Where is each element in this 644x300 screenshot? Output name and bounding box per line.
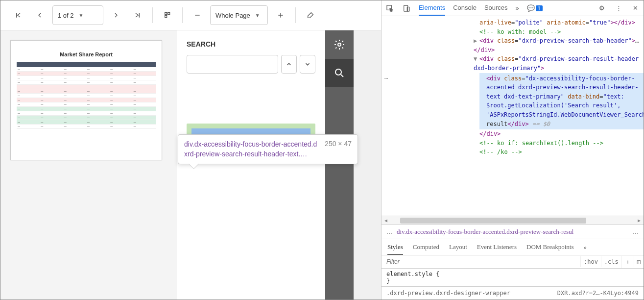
- report-viewer: 1 of 2 ▼ Whole Page ▼ Market Share Repor…: [0, 0, 382, 300]
- devtools-tabs: Elements Console Sources » 💬1 ⚙ ⋮ ✕: [382, 0, 644, 16]
- styles-filter-bar: :hov .cls ＋ ◫: [382, 255, 644, 269]
- viewer-content: Market Share Report —————— —————— ——————…: [0, 30, 381, 300]
- last-page-button[interactable]: [129, 5, 146, 25]
- next-page-button[interactable]: [107, 5, 125, 25]
- inspect-tooltip: div.dx-accessibility-focus-border-accent…: [178, 134, 358, 164]
- more-tabs-icon[interactable]: »: [516, 4, 519, 12]
- report-title: Market Share Report: [17, 51, 156, 57]
- tooltip-dimensions: 250 × 47: [325, 140, 352, 159]
- app-root: 1 of 2 ▼ Whole Page ▼ Market Share Repor…: [0, 0, 644, 300]
- tab-dom-breakpoints[interactable]: DOM Breakpoints: [526, 243, 573, 255]
- zoom-in-button[interactable]: [272, 5, 289, 25]
- toolbar: 1 of 2 ▼ Whole Page ▼: [0, 0, 381, 30]
- element-style-open: element.style {: [386, 271, 639, 277]
- breadcrumb-selector: div.dx-accessibility-focus-border-accent…: [397, 228, 628, 236]
- prev-page-button[interactable]: [31, 5, 48, 25]
- message-icon[interactable]: 💬1: [527, 4, 543, 12]
- settings-tab[interactable]: [325, 30, 354, 59]
- cls-toggle[interactable]: .cls: [601, 256, 621, 267]
- svg-rect-2: [165, 16, 167, 18]
- page-selector[interactable]: 1 of 2 ▼: [52, 5, 103, 25]
- zoom-selector-label: Whole Page: [215, 12, 250, 19]
- toolbar-separator: [182, 7, 183, 23]
- element-style-close: }: [386, 277, 639, 284]
- search-icon: [334, 67, 345, 79]
- more-styles-tabs-icon[interactable]: »: [583, 243, 587, 255]
- side-tabs: [325, 30, 354, 300]
- report-table-thumb: —————— —————— —————— —————— —————— —————…: [17, 62, 156, 129]
- tab-console[interactable]: Console: [453, 0, 477, 16]
- toggle-sidebar-icon[interactable]: ◫: [634, 256, 644, 267]
- search-next-button[interactable]: [300, 55, 315, 74]
- breadcrumb-more: …: [386, 228, 393, 236]
- page-selector-label: 1 of 2: [58, 12, 74, 19]
- styles-body[interactable]: element.style { }: [382, 269, 644, 286]
- thumbnail-column: Market Share Report —————— —————— ——————…: [0, 30, 177, 300]
- rule-source[interactable]: DXR.axd?r=2…-K4Lyo:4949: [557, 290, 639, 297]
- styles-tabs: Styles Computed Layout Event Listeners D…: [382, 239, 644, 255]
- chevron-down-icon: ▼: [79, 13, 84, 18]
- gear-icon: [334, 39, 345, 50]
- toolbar-separator: [295, 7, 296, 23]
- svg-point-3: [338, 43, 341, 46]
- settings-icon[interactable]: ⚙: [597, 4, 606, 12]
- page-thumbnail[interactable]: Market Share Report —————— —————— ——————…: [10, 40, 162, 160]
- rule-selector[interactable]: .dxrd-preview.dxrd-designer-wrapper: [386, 290, 510, 297]
- search-input[interactable]: [187, 55, 278, 74]
- highlight-button[interactable]: [302, 5, 319, 25]
- hov-toggle[interactable]: :hov: [580, 256, 601, 267]
- inspect-icon[interactable]: [385, 4, 394, 12]
- tab-event-listeners[interactable]: Event Listeners: [477, 243, 517, 255]
- add-rule-icon[interactable]: ＋: [621, 256, 634, 268]
- devtools-panel: Elements Console Sources » 💬1 ⚙ ⋮ ✕ aria…: [382, 0, 644, 300]
- selected-element[interactable]: ⋯ <div class="dx-accessibility-focus-bor…: [479, 73, 644, 130]
- tab-computed[interactable]: Computed: [413, 243, 439, 255]
- close-icon[interactable]: ✕: [631, 4, 640, 12]
- zoom-out-button[interactable]: [189, 5, 206, 25]
- tab-styles[interactable]: Styles: [387, 243, 403, 255]
- search-panel-title: SEARCH: [187, 40, 315, 48]
- first-page-button[interactable]: [9, 5, 27, 25]
- search-panel: SEARCH SEARCH RESULT: [177, 30, 325, 300]
- svg-rect-0: [165, 13, 167, 15]
- tooltip-selector: div.dx-accessibility-focus-border-accent…: [184, 140, 320, 159]
- toolbar-separator: [152, 7, 153, 23]
- search-tab[interactable]: [325, 59, 354, 87]
- tab-sources[interactable]: Sources: [484, 0, 508, 16]
- search-row: [187, 55, 315, 74]
- svg-point-4: [335, 69, 341, 75]
- search-prev-button[interactable]: [281, 55, 297, 74]
- breadcrumb-ellipsis: …: [632, 228, 639, 236]
- breadcrumb[interactable]: … div.dx-accessibility-focus-border-acce…: [382, 225, 644, 239]
- elements-tree[interactable]: aria-live="polite" aria-atomic="true"></…: [382, 16, 644, 216]
- styles-filter-input[interactable]: [382, 255, 580, 268]
- message-count: 1: [536, 5, 543, 11]
- multipage-button[interactable]: [159, 5, 176, 25]
- zoom-selector[interactable]: Whole Page ▼: [210, 5, 268, 25]
- chevron-down-icon: ▼: [255, 13, 260, 18]
- styles-footer: .dxrd-preview.dxrd-designer-wrapper DXR.…: [382, 286, 644, 300]
- device-icon[interactable]: [402, 4, 411, 12]
- horizontal-scrollbar[interactable]: ◀▶: [382, 216, 644, 225]
- tab-elements[interactable]: Elements: [419, 0, 445, 16]
- kebab-icon[interactable]: ⋮: [614, 4, 623, 12]
- svg-rect-1: [168, 13, 170, 15]
- tab-layout[interactable]: Layout: [449, 243, 467, 255]
